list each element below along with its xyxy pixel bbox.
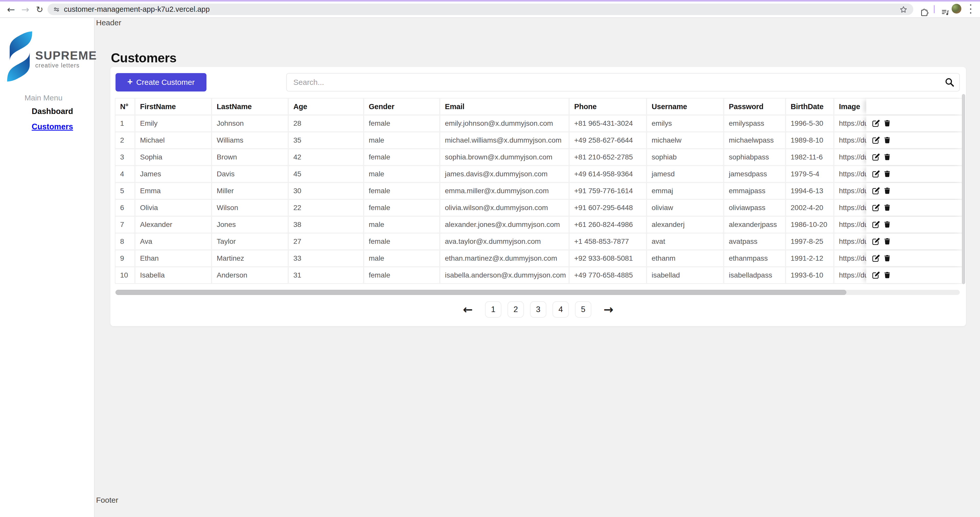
edit-button[interactable] <box>872 153 880 161</box>
column-header: BirthDate <box>786 99 833 115</box>
cell-password: ethanmpass <box>724 250 785 266</box>
page-button-2[interactable]: 2 <box>508 301 524 318</box>
edit-button[interactable] <box>872 204 880 212</box>
trash-icon <box>884 204 891 211</box>
column-header: N° <box>116 99 134 115</box>
sidebar-item-customers[interactable]: Customers <box>32 122 73 131</box>
horizontal-scrollbar-track[interactable] <box>116 290 960 295</box>
table-row: 7AlexanderJones38malealexander.jones@x.d… <box>116 217 962 232</box>
delete-button[interactable] <box>884 271 891 279</box>
media-playlist-icon[interactable] <box>939 4 951 21</box>
create-customer-button[interactable]: + Create Customer <box>116 73 207 91</box>
sidebar-item-dashboard[interactable]: Dashboard <box>32 107 73 116</box>
bookmark-star-icon[interactable] <box>898 5 909 15</box>
delete-button[interactable] <box>884 238 891 245</box>
cell-age: 45 <box>289 166 363 182</box>
cell-n: 9 <box>116 250 134 266</box>
table-row: 3SophiaBrown42femalesophia.brown@x.dummy… <box>116 149 962 165</box>
search-bar <box>286 73 960 91</box>
address-bar[interactable]: customer-management-app-k7u2.vercel.app <box>48 3 913 15</box>
browser-refresh-button[interactable]: ↻ <box>33 2 46 17</box>
edit-button[interactable] <box>872 271 880 279</box>
delete-button[interactable] <box>884 204 891 212</box>
footer-label: Footer <box>96 496 118 504</box>
delete-button[interactable] <box>884 170 891 178</box>
cell-gender: female <box>364 200 439 216</box>
delete-button[interactable] <box>884 221 891 229</box>
site-settings-icon[interactable] <box>52 6 60 13</box>
table-row: 2MichaelWilliams35malemichael.williams@x… <box>116 132 962 148</box>
page-button-4[interactable]: 4 <box>552 301 569 318</box>
cell-email: olivia.wilson@x.dummyjson.com <box>440 200 569 216</box>
vertical-scrollbar-thumb[interactable] <box>962 94 965 284</box>
browser-forward-button[interactable]: → <box>18 2 32 17</box>
cell-lastName: Martinez <box>212 250 288 266</box>
page-button-1[interactable]: 1 <box>485 301 501 318</box>
edit-button[interactable] <box>872 119 880 127</box>
page-button-3[interactable]: 3 <box>530 301 546 318</box>
cell-firstName: James <box>135 166 211 182</box>
edit-icon <box>872 187 880 195</box>
cell-n: 3 <box>116 149 134 165</box>
cell-email: isabella.anderson@x.dummyjson.com <box>440 267 569 283</box>
cell-age: 22 <box>289 200 363 216</box>
cell-email: sophia.brown@x.dummyjson.com <box>440 149 569 165</box>
edit-button[interactable] <box>872 170 880 178</box>
delete-button[interactable] <box>884 119 891 127</box>
edit-button[interactable] <box>872 238 880 245</box>
browser-menu-icon[interactable] <box>969 4 972 14</box>
table-row: 8AvaTaylor27femaleava.taylor@x.dummyjson… <box>116 234 962 250</box>
extensions-icon[interactable] <box>918 4 930 21</box>
next-page-arrow[interactable]: → <box>602 301 615 318</box>
cell-n: 6 <box>116 200 134 216</box>
edit-button[interactable] <box>872 137 880 144</box>
trash-icon <box>884 187 891 194</box>
cell-lastName: Brown <box>212 149 288 165</box>
cell-password: sophiabpass <box>724 149 785 165</box>
edit-button[interactable] <box>872 221 880 229</box>
cell-birthDate: 1986-10-20 <box>786 217 833 232</box>
cell-phone: +81 210-652-2785 <box>570 149 646 165</box>
cell-username: michaelw <box>647 132 723 148</box>
cell-age: 31 <box>289 267 363 283</box>
sidebar-menu: DashboardCustomers <box>32 107 73 131</box>
page-title: Customers <box>111 51 177 65</box>
delete-button[interactable] <box>884 153 891 161</box>
edit-button[interactable] <box>872 255 880 262</box>
delete-button[interactable] <box>884 137 891 144</box>
cell-email: james.davis@x.dummyjson.com <box>440 166 569 182</box>
cell-birthDate: 1991-2-12 <box>786 250 833 266</box>
search-input[interactable] <box>286 73 960 91</box>
cell-age: 38 <box>289 217 363 232</box>
cell-phone: +92 933-608-5081 <box>570 250 646 266</box>
column-header: Gender <box>364 99 439 115</box>
trash-icon <box>884 271 891 278</box>
row-actions <box>866 183 963 199</box>
cell-n: 7 <box>116 217 134 232</box>
browser-back-button[interactable]: ← <box>4 2 18 17</box>
delete-button[interactable] <box>884 255 891 262</box>
trash-icon <box>884 238 891 245</box>
table-row: 5EmmaMiller30femaleemma.miller@x.dummyjs… <box>116 183 962 199</box>
cell-password: avatpass <box>724 234 785 250</box>
edit-icon <box>872 137 880 144</box>
browser-toolbar: ← → ↻ customer-management-app-k7u2.verce… <box>0 0 980 18</box>
previous-page-arrow[interactable]: ← <box>461 301 474 318</box>
cell-age: 42 <box>289 149 363 165</box>
horizontal-scrollbar-thumb[interactable] <box>116 290 846 295</box>
cell-gender: female <box>364 116 439 131</box>
edit-button[interactable] <box>872 187 880 195</box>
cell-username: jamesd <box>647 166 723 182</box>
table-row: 1EmilyJohnson28femaleemily.johnson@x.dum… <box>116 116 962 131</box>
page-button-5[interactable]: 5 <box>575 301 591 318</box>
delete-button[interactable] <box>884 187 891 195</box>
search-icon[interactable] <box>945 77 955 88</box>
row-actions <box>866 166 963 182</box>
profile-avatar[interactable] <box>951 4 961 14</box>
cell-lastName: Miller <box>212 183 288 199</box>
pagination: ← 12345 → <box>110 301 966 318</box>
actions-header-cell <box>866 99 963 115</box>
table-row: 6OliviaWilson22femaleolivia.wilson@x.dum… <box>116 200 962 216</box>
cell-birthDate: 1997-8-25 <box>786 234 833 250</box>
main-area: Header Customers + Create Customer N°Fir… <box>95 17 980 517</box>
